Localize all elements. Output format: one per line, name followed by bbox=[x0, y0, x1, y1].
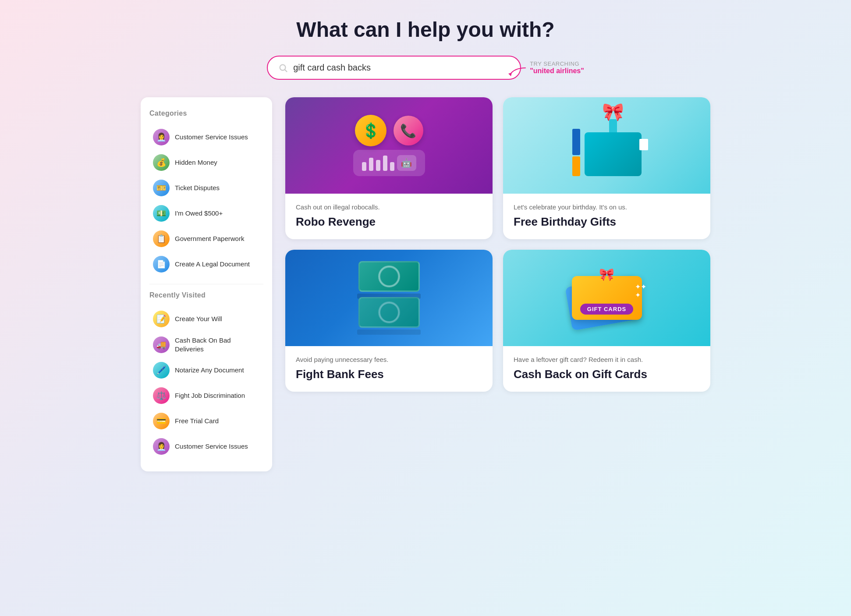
card-fight-bank-fees[interactable]: Avoid paying unnecessary fees. Fight Ban… bbox=[285, 250, 493, 392]
try-searching-label: TRY SEARCHING bbox=[530, 60, 579, 67]
sidebar-item[interactable]: 🚚 Cash Back On Bad Deliveries bbox=[149, 332, 263, 358]
sidebar-item[interactable]: 📄 Create A Legal Document bbox=[149, 251, 263, 277]
sidebar-item-icon: 📝 bbox=[153, 311, 170, 327]
sidebar-item-label: Free Trial Card bbox=[175, 417, 219, 425]
bar5 bbox=[390, 162, 394, 171]
card-body: Avoid paying unnecessary fees. Fight Ban… bbox=[285, 346, 493, 392]
card-image-giftcard: 🎀 ✦✦✦ GIFT CARDS bbox=[503, 250, 710, 346]
bar1 bbox=[362, 162, 366, 171]
sidebar-item-icon: 💳 bbox=[153, 413, 170, 429]
card-title: Fight Bank Fees bbox=[296, 368, 482, 381]
arrow-hint-icon bbox=[506, 66, 528, 78]
sidebar-divider bbox=[149, 284, 263, 284]
sidebar-item-label: Government Paperwork bbox=[175, 234, 244, 243]
gc-stars: ✦✦✦ bbox=[635, 283, 646, 299]
svg-line-1 bbox=[285, 70, 287, 72]
search-input[interactable] bbox=[293, 63, 510, 73]
robo-coin-icon: 💲 bbox=[355, 115, 386, 146]
robo-face-icon: 🤖 bbox=[397, 155, 416, 171]
sidebar-item-icon: 🎫 bbox=[153, 180, 170, 196]
sidebar-item-icon: 👩‍💼 bbox=[153, 129, 170, 145]
card-subtitle: Cash out on illegal robocalls. bbox=[296, 202, 482, 212]
main-content: Categories 👩‍💼 Customer Service Issues 💰… bbox=[141, 97, 710, 471]
search-icon bbox=[278, 63, 288, 73]
giftcard-illustration: 🎀 ✦✦✦ GIFT CARDS bbox=[503, 250, 710, 346]
sidebar-item[interactable]: 💳 Free Trial Card bbox=[149, 408, 263, 434]
sidebar-item-icon: 💰 bbox=[153, 154, 170, 171]
sidebar-item[interactable]: 👩‍💼 Customer Service Issues bbox=[149, 434, 263, 459]
robo-bars: 🤖 bbox=[353, 150, 425, 176]
card-free-birthday-gifts[interactable]: 🎀 Let's celebrate your birthday. It's on… bbox=[503, 97, 710, 239]
svg-point-0 bbox=[280, 64, 286, 70]
card-body: Cash out on illegal robocalls. Robo Reve… bbox=[285, 194, 493, 239]
card-title: Robo Revenge bbox=[296, 215, 482, 229]
cards-grid: 💲 📞 🤖 Cash ou bbox=[285, 97, 710, 392]
sidebar-item-icon: 👩‍💼 bbox=[153, 438, 170, 455]
card-image-birthday: 🎀 bbox=[503, 97, 710, 194]
svg-marker-2 bbox=[508, 73, 512, 76]
categories-list: 👩‍💼 Customer Service Issues 💰 Hidden Mon… bbox=[149, 124, 263, 277]
sidebar-item-label: Cash Back On Bad Deliveries bbox=[175, 336, 260, 353]
sidebar-item[interactable]: 🎫 Ticket Disputes bbox=[149, 175, 263, 201]
card-robo-revenge[interactable]: 💲 📞 🤖 Cash ou bbox=[285, 97, 493, 239]
recently-visited-list: 📝 Create Your Will 🚚 Cash Back On Bad De… bbox=[149, 306, 263, 459]
sidebar: Categories 👩‍💼 Customer Service Issues 💰… bbox=[141, 97, 272, 471]
robo-phone-icon: 📞 bbox=[394, 116, 423, 145]
sidebar-item-icon: 🖊️ bbox=[153, 362, 170, 379]
card-cash-back-gift-cards[interactable]: 🎀 ✦✦✦ GIFT CARDS Have a leftover gift ca… bbox=[503, 250, 710, 392]
money-bill-mid bbox=[358, 297, 420, 328]
card-title: Cash Back on Gift Cards bbox=[514, 368, 700, 381]
sidebar-item-label: Fight Job Discrimination bbox=[175, 391, 245, 400]
bar3 bbox=[376, 160, 380, 171]
sidebar-item[interactable]: 💰 Hidden Money bbox=[149, 150, 263, 175]
page-title: What can I help you with? bbox=[141, 18, 710, 42]
sidebar-item[interactable]: 👩‍💼 Customer Service Issues bbox=[149, 124, 263, 150]
sidebar-item-icon: 📄 bbox=[153, 256, 170, 273]
sidebar-item-label: Create Your Will bbox=[175, 315, 222, 323]
money-shadow2 bbox=[357, 329, 421, 335]
sidebar-item-label: Ticket Disputes bbox=[175, 184, 220, 192]
sidebar-item[interactable]: 📋 Government Paperwork bbox=[149, 226, 263, 251]
card-body: Have a leftover gift card? Redeem it in … bbox=[503, 346, 710, 392]
card-subtitle: Have a leftover gift card? Redeem it in … bbox=[514, 355, 700, 364]
birthday-illustration: 🎀 bbox=[503, 97, 710, 194]
sidebar-item-icon: 💵 bbox=[153, 205, 170, 222]
sidebar-item-label: Notarize Any Document bbox=[175, 366, 244, 375]
bar4 bbox=[383, 156, 387, 171]
card-body: Let's celebrate your birthday. It's on u… bbox=[503, 194, 710, 239]
search-container bbox=[267, 56, 521, 80]
sidebar-item-label: Create A Legal Document bbox=[175, 260, 250, 269]
card-title: Free Birthday Gifts bbox=[514, 215, 700, 229]
card-subtitle: Avoid paying unnecessary fees. bbox=[296, 355, 482, 364]
bar2 bbox=[369, 158, 373, 171]
card-image-robo: 💲 📞 🤖 bbox=[285, 97, 493, 194]
sidebar-item-label: Customer Service Issues bbox=[175, 133, 248, 142]
sidebar-item[interactable]: ⚖️ Fight Job Discrimination bbox=[149, 383, 263, 408]
categories-title: Categories bbox=[149, 110, 263, 117]
card-subtitle: Let's celebrate your birthday. It's on u… bbox=[514, 202, 700, 212]
sidebar-item-label: Customer Service Issues bbox=[175, 442, 248, 451]
sidebar-item-label: I'm Owed $500+ bbox=[175, 209, 223, 218]
sidebar-item[interactable]: 💵 I'm Owed $500+ bbox=[149, 201, 263, 226]
sidebar-item[interactable]: 🖊️ Notarize Any Document bbox=[149, 358, 263, 383]
search-area: TRY SEARCHING "united airlines" bbox=[141, 56, 710, 80]
sidebar-item[interactable]: 📝 Create Your Will bbox=[149, 306, 263, 332]
sidebar-item-icon: 📋 bbox=[153, 230, 170, 247]
money-stack bbox=[357, 261, 421, 335]
gc-ribbon-icon: 🎀 bbox=[599, 267, 614, 282]
sidebar-item-label: Hidden Money bbox=[175, 158, 217, 167]
money-bill-top bbox=[358, 261, 420, 292]
try-searching-hint: TRY SEARCHING "united airlines" bbox=[530, 60, 584, 75]
sidebar-item-icon: 🚚 bbox=[153, 336, 170, 353]
recently-visited-title: Recently Visited bbox=[149, 291, 263, 299]
bank-illustration bbox=[285, 250, 493, 346]
gc-label: GIFT CARDS bbox=[580, 304, 633, 315]
gc-card-main: 🎀 ✦✦✦ GIFT CARDS bbox=[572, 276, 642, 320]
sidebar-item-icon: ⚖️ bbox=[153, 387, 170, 404]
card-image-bank bbox=[285, 250, 493, 346]
try-searching-value: "united airlines" bbox=[530, 67, 584, 75]
